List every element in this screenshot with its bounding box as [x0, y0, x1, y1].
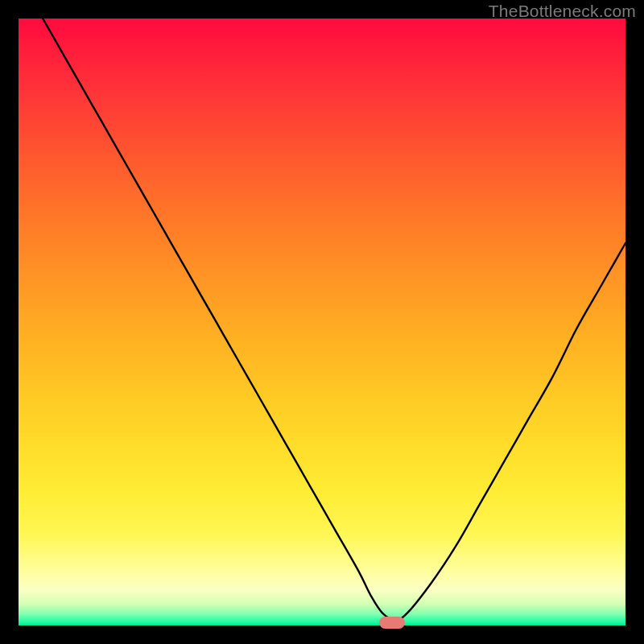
- plot-area: [19, 19, 625, 625]
- bottleneck-curve: [19, 19, 625, 625]
- optimal-marker: [379, 617, 405, 629]
- watermark-text: TheBottleneck.com: [489, 2, 636, 21]
- chart-frame: TheBottleneck.com: [0, 0, 644, 644]
